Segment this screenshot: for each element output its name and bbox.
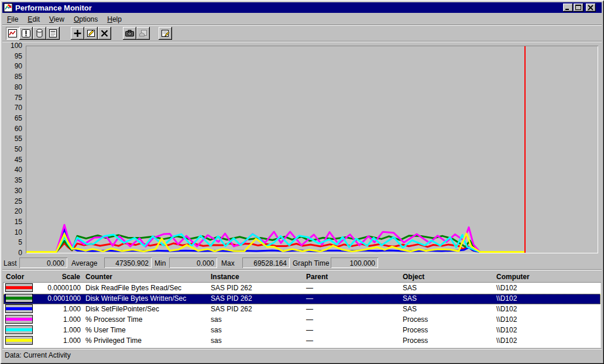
options-button[interactable]: [159, 27, 172, 40]
menu-help[interactable]: Help: [102, 14, 126, 25]
graph-time-label: Graph Time: [293, 259, 330, 267]
legend-row[interactable]: 1.000% Privileged Timesas—Process\\D102: [4, 336, 600, 346]
update-counter-data-button[interactable]: [123, 27, 136, 40]
valuebar-legend-divider: [2, 269, 602, 270]
chart-plot: [26, 46, 598, 253]
cell-scale: 0.0001000: [36, 294, 81, 304]
legend-row[interactable]: 0.0001000Disk WriteFile Bytes Written/Se…: [4, 294, 600, 304]
y-axis-label: 70: [5, 104, 22, 111]
delete-selection-icon: [99, 29, 109, 38]
title-bar: Performance Monitor: [2, 2, 602, 13]
color-swatch: [5, 304, 33, 313]
color-swatch: [5, 325, 33, 334]
color-swatch: [5, 336, 33, 345]
close-button[interactable]: [586, 4, 596, 12]
y-axis-label: 65: [5, 115, 22, 122]
maximize-button[interactable]: [574, 4, 584, 12]
min-value: 0.000: [169, 257, 217, 268]
menu-bar: FileEditViewOptionsHelp: [2, 14, 126, 25]
menu-edit[interactable]: Edit: [23, 14, 44, 25]
minimize-button[interactable]: [563, 4, 573, 12]
y-axis-label: 15: [5, 218, 22, 225]
cell-parent: —: [306, 336, 313, 346]
chart-view-button[interactable]: [6, 27, 19, 40]
cell-computer: \\D102: [496, 304, 517, 314]
y-axis-label: 5: [5, 239, 22, 246]
last-value: 0.000: [19, 257, 67, 268]
options-icon: [160, 29, 170, 38]
menu-options[interactable]: Options: [69, 14, 102, 25]
cell-scale: 0.0000100: [36, 283, 81, 293]
average-value: 47350.902: [104, 257, 152, 268]
cell-counter: Disk WriteFile Bytes Written/Sec: [85, 294, 186, 304]
modify-selection-icon: [86, 29, 96, 38]
y-axis-label: 95: [5, 53, 22, 60]
last-label: Last: [4, 259, 17, 267]
y-axis-label: 10: [5, 229, 22, 236]
cell-instance: sas: [211, 336, 222, 346]
report-view-button[interactable]: [46, 27, 60, 40]
legend-row[interactable]: 1.000% User Timesas—Process\\D102: [4, 325, 600, 336]
legend-header-computer: Computer: [496, 273, 530, 281]
add-counter-icon: [73, 29, 83, 38]
bookmark-button[interactable]: [136, 27, 150, 40]
y-axis-label: 40: [5, 166, 22, 173]
close-icon: [586, 4, 596, 12]
average-label: Average: [71, 259, 97, 267]
cell-counter: % Privileged Time: [85, 336, 142, 346]
cell-parent: —: [306, 304, 313, 314]
cell-computer: \\D102: [496, 325, 517, 335]
menu-view[interactable]: View: [44, 14, 69, 25]
window-frame: Performance Monitor FileEditViewOptionsH…: [0, 0, 604, 364]
menu-file[interactable]: File: [2, 14, 23, 25]
cell-instance: SAS PID 262: [211, 294, 252, 304]
cell-parent: —: [306, 294, 313, 304]
cell-scale: 1.000: [36, 325, 81, 335]
time-marker-line: [524, 46, 526, 253]
legend-row[interactable]: 0.0000100Disk ReadFile Bytes Read/SecSAS…: [4, 283, 600, 294]
y-axis-label: 90: [5, 63, 22, 70]
maximize-icon: [574, 4, 584, 12]
toolbar-chart-divider: [2, 41, 602, 42]
cell-instance: sas: [211, 315, 222, 325]
legend-header-color: Color: [6, 273, 24, 281]
y-axis-label: 45: [5, 156, 22, 163]
add-counter-button[interactable]: [71, 27, 84, 40]
update-counter-data-icon: [125, 29, 135, 38]
cell-counter: Disk SetFilePointer/Sec: [85, 304, 159, 314]
max-label: Max: [221, 259, 235, 267]
legend-header-scale: Scale: [35, 273, 80, 281]
log-view-button[interactable]: [33, 27, 46, 40]
report-view-icon: [48, 29, 58, 38]
legend-status-divider: [2, 348, 602, 349]
log-view-icon: [35, 29, 44, 38]
cell-computer: \\D102: [496, 315, 517, 325]
cell-computer: \\D102: [496, 336, 517, 346]
y-axis-label: 100: [5, 42, 22, 49]
y-axis-label: 60: [5, 125, 22, 132]
cell-computer: \\D102: [496, 283, 517, 293]
graph-time-value: 100.000: [331, 257, 378, 268]
y-axis-label: 25: [5, 198, 22, 205]
app-icon: [4, 3, 13, 12]
legend-row[interactable]: 1.000% Processor Timesas—Process\\D102: [4, 315, 600, 325]
min-label: Min: [155, 259, 166, 267]
cell-object: Process: [403, 315, 428, 325]
cell-scale: 1.000: [36, 336, 81, 346]
color-swatch: [5, 294, 33, 303]
y-axis-label: 85: [5, 73, 22, 80]
y-axis-label: 75: [5, 94, 22, 101]
menu-toolbar-divider: [2, 25, 602, 26]
cell-object: Process: [403, 336, 428, 346]
cell-parent: —: [306, 283, 313, 293]
y-axis-label: 30: [5, 187, 22, 194]
cell-counter: % User Time: [85, 325, 126, 335]
cell-instance: sas: [211, 325, 222, 335]
delete-selection-button[interactable]: [98, 27, 111, 40]
modify-selection-button[interactable]: [84, 27, 98, 40]
legend-row[interactable]: 1.000Disk SetFilePointer/SecSAS PID 262—…: [4, 304, 600, 315]
color-swatch: [5, 283, 33, 292]
cell-parent: —: [306, 325, 313, 335]
alert-view-button[interactable]: [19, 27, 33, 40]
cell-counter: % Processor Time: [85, 315, 142, 325]
